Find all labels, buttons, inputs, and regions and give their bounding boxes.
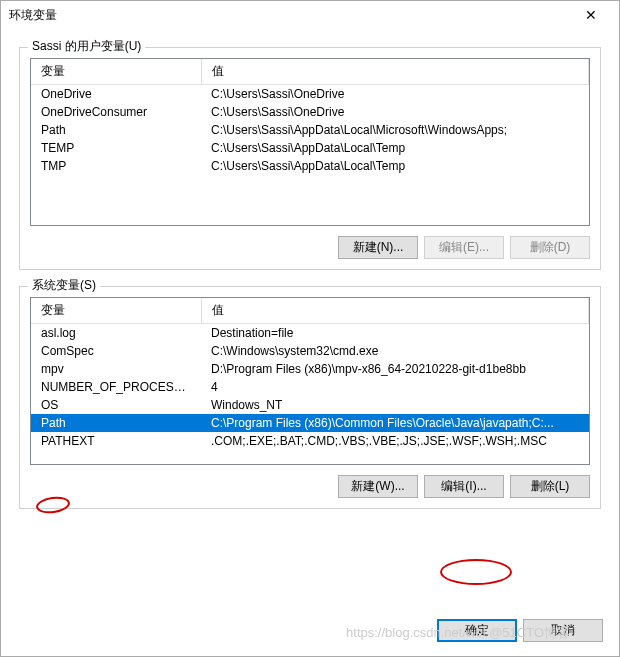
- col-header-name[interactable]: 变量: [31, 298, 201, 324]
- var-value: Windows_NT: [201, 396, 589, 414]
- dialog-footer: 确定 取消: [1, 609, 619, 656]
- var-name: mpv: [31, 360, 201, 378]
- var-name: asl.log: [31, 324, 201, 343]
- user-variables-table[interactable]: 变量 值 OneDriveC:\Users\Sassi\OneDriveOneD…: [30, 58, 590, 226]
- user-variables-legend: Sassi 的用户变量(U): [28, 38, 145, 55]
- var-value: C:\Users\Sassi\OneDrive: [201, 85, 589, 104]
- system-variables-table[interactable]: 变量 值 asl.logDestination=fileComSpecC:\Wi…: [30, 297, 590, 465]
- var-name: NUMBER_OF_PROCESSORS: [31, 378, 201, 396]
- var-name: ComSpec: [31, 342, 201, 360]
- content-area: Sassi 的用户变量(U) 变量 值 OneDriveC:\Users\Sas…: [1, 29, 619, 609]
- ok-button[interactable]: 确定: [437, 619, 517, 642]
- col-header-value[interactable]: 值: [201, 59, 589, 85]
- table-row[interactable]: PATHEXT.COM;.EXE;.BAT;.CMD;.VBS;.VBE;.JS…: [31, 432, 589, 450]
- system-variables-legend: 系统变量(S): [28, 277, 100, 294]
- col-header-value[interactable]: 值: [201, 298, 589, 324]
- var-value: C:\Users\Sassi\OneDrive: [201, 103, 589, 121]
- table-row[interactable]: PathC:\Users\Sassi\AppData\Local\Microso…: [31, 121, 589, 139]
- system-edit-button[interactable]: 编辑(I)...: [424, 475, 504, 498]
- table-row[interactable]: TEMPC:\Users\Sassi\AppData\Local\Temp: [31, 139, 589, 157]
- user-new-button[interactable]: 新建(N)...: [338, 236, 418, 259]
- user-edit-button: 编辑(E)...: [424, 236, 504, 259]
- col-header-name[interactable]: 变量: [31, 59, 201, 85]
- var-name: TEMP: [31, 139, 201, 157]
- var-value: C:\Windows\system32\cmd.exe: [201, 342, 589, 360]
- user-delete-button: 删除(D): [510, 236, 590, 259]
- var-value: C:\Program Files (x86)\Common Files\Orac…: [201, 414, 589, 432]
- cancel-button[interactable]: 取消: [523, 619, 603, 642]
- var-value: C:\Users\Sassi\AppData\Local\Temp: [201, 139, 589, 157]
- table-row[interactable]: ComSpecC:\Windows\system32\cmd.exe: [31, 342, 589, 360]
- table-row[interactable]: OSWindows_NT: [31, 396, 589, 414]
- var-value: 4: [201, 378, 589, 396]
- var-value: Destination=file: [201, 324, 589, 343]
- env-vars-dialog: 环境变量 ✕ Sassi 的用户变量(U) 变量 值 OneDriveC:\Us…: [0, 0, 620, 657]
- var-name: Path: [31, 121, 201, 139]
- table-row[interactable]: mpvD:\Program Files (x86)\mpv-x86_64-202…: [31, 360, 589, 378]
- var-name: PATHEXT: [31, 432, 201, 450]
- titlebar: 环境变量 ✕: [1, 1, 619, 29]
- var-value: D:\Program Files (x86)\mpv-x86_64-202102…: [201, 360, 589, 378]
- table-row[interactable]: PathC:\Program Files (x86)\Common Files\…: [31, 414, 589, 432]
- system-new-button[interactable]: 新建(W)...: [338, 475, 418, 498]
- var-name: OneDriveConsumer: [31, 103, 201, 121]
- var-value: C:\Users\Sassi\AppData\Local\Temp: [201, 157, 589, 175]
- var-value: .COM;.EXE;.BAT;.CMD;.VBS;.VBE;.JS;.JSE;.…: [201, 432, 589, 450]
- var-value: C:\Users\Sassi\AppData\Local\Microsoft\W…: [201, 121, 589, 139]
- user-button-row: 新建(N)... 编辑(E)... 删除(D): [30, 236, 590, 259]
- table-row[interactable]: OneDriveC:\Users\Sassi\OneDrive: [31, 85, 589, 104]
- window-title: 环境变量: [9, 7, 571, 24]
- system-delete-button[interactable]: 删除(L): [510, 475, 590, 498]
- var-name: OS: [31, 396, 201, 414]
- close-icon[interactable]: ✕: [571, 7, 611, 23]
- system-variables-group: 系统变量(S) 变量 值 asl.logDestination=fileComS…: [19, 286, 601, 509]
- table-row[interactable]: TMPC:\Users\Sassi\AppData\Local\Temp: [31, 157, 589, 175]
- var-name: OneDrive: [31, 85, 201, 104]
- table-row[interactable]: OneDriveConsumerC:\Users\Sassi\OneDrive: [31, 103, 589, 121]
- table-row[interactable]: NUMBER_OF_PROCESSORS4: [31, 378, 589, 396]
- system-button-row: 新建(W)... 编辑(I)... 删除(L): [30, 475, 590, 498]
- var-name: TMP: [31, 157, 201, 175]
- var-name: Path: [31, 414, 201, 432]
- table-row[interactable]: asl.logDestination=file: [31, 324, 589, 343]
- user-variables-group: Sassi 的用户变量(U) 变量 值 OneDriveC:\Users\Sas…: [19, 47, 601, 270]
